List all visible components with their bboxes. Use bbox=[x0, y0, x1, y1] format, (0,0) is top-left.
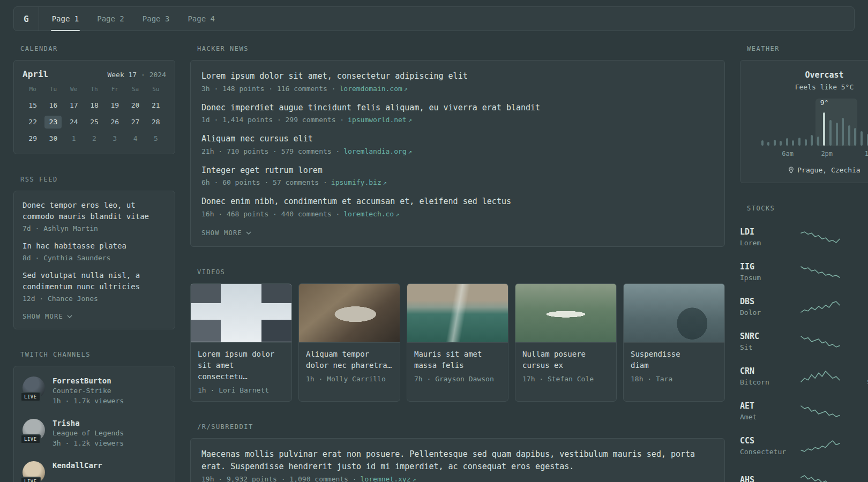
subreddit-widget-title: /R/SUBREDDIT bbox=[197, 423, 725, 431]
hn-item-domain-link[interactable]: loremdomain.com bbox=[339, 85, 402, 93]
hn-item-title[interactable]: Aliquam nec cursus elit bbox=[201, 133, 714, 145]
subreddit-post-meta: 19h · 9,932 points · 1,090 comments · bbox=[201, 475, 357, 482]
rss-item: Donec tempor eros leo, ut commodo mauris… bbox=[23, 200, 166, 232]
hn-item: Donec imperdiet augue tincidunt felis al… bbox=[201, 102, 714, 124]
hn-item-meta: 21h · 710 points · 579 comments · bbox=[201, 147, 340, 155]
weather-bar bbox=[811, 135, 813, 146]
main-content: CALENDAR April Week 17 · 2024 Mo Tu We bbox=[13, 45, 855, 482]
calendar-widget: CALENDAR April Week 17 · 2024 Mo Tu We bbox=[13, 45, 175, 154]
hn-item-meta: 3h · 148 points · 116 comments · bbox=[201, 85, 335, 93]
stock-ticker: DBS bbox=[740, 297, 791, 306]
stock-change: +0.51% bbox=[849, 436, 868, 445]
weather-bar bbox=[854, 128, 856, 146]
twitch-channel-row[interactable]: LIVE Trisha League of Legends 3h · 1.2k … bbox=[23, 412, 166, 454]
stock-row[interactable]: AHS +0.46% bbox=[740, 463, 868, 482]
video-card[interactable]: Mauris sit amet massa felis 7h · Grayson… bbox=[407, 283, 508, 402]
tab-page-4[interactable]: Page 4 bbox=[186, 7, 216, 31]
channel-meta: 1h · 1.7k viewers bbox=[53, 397, 124, 405]
twitch-widget-title: TWITCH CHANNELS bbox=[20, 351, 175, 358]
stock-sparkline bbox=[800, 300, 840, 314]
rss-item-meta: 7d · Ashlyn Martin bbox=[23, 224, 166, 232]
stock-ticker: AET bbox=[740, 401, 791, 411]
rss-item-title[interactable]: Sed volutpat nulla nisl, a condimentum n… bbox=[23, 270, 166, 292]
stock-change: +2.84% bbox=[849, 262, 868, 271]
hn-item-domain-link[interactable]: loremtech.co bbox=[343, 210, 394, 218]
hn-item-domain-link[interactable]: ipsumify.biz bbox=[331, 178, 381, 186]
hn-item: Donec enim nibh, condimentum et accumsan… bbox=[201, 195, 714, 218]
hn-show-more-button[interactable]: SHOW MORE bbox=[201, 229, 251, 237]
rss-widget-title: RSS FEED bbox=[20, 176, 175, 183]
tab-page-2[interactable]: Page 2 bbox=[96, 7, 125, 31]
stock-row[interactable]: AETAmet +0.92%$499.72 bbox=[740, 394, 868, 428]
hn-item-title[interactable]: Lorem ipsum dolor sit amet, consectetur … bbox=[201, 70, 714, 82]
weather-bar bbox=[805, 139, 807, 146]
external-link-icon: ↗ bbox=[383, 179, 387, 186]
weather-bar bbox=[774, 140, 776, 146]
stock-change: -1.00% bbox=[849, 367, 868, 375]
tab-page-3[interactable]: Page 3 bbox=[141, 7, 171, 31]
weekday-label: We bbox=[64, 86, 84, 93]
calendar-day: 15 bbox=[23, 99, 43, 112]
stock-ticker: CCS bbox=[740, 436, 791, 446]
right-column: WEATHER Overcast Feels like 5°C 9° 6am 2… bbox=[740, 45, 868, 482]
navbar-divider bbox=[39, 7, 39, 31]
stock-name: Dolor bbox=[740, 308, 791, 317]
stock-price: $795.18 bbox=[849, 238, 868, 246]
stock-change: +0.46% bbox=[849, 476, 868, 482]
stock-row[interactable]: CRNBitcorn -1.00%$66,171.48 bbox=[740, 359, 868, 394]
chevron-down-icon bbox=[246, 231, 251, 235]
calendar-days-grid: 15 16 17 18 19 20 21 22 23 24 25 26 27 2… bbox=[23, 99, 166, 145]
hn-item-title[interactable]: Donec enim nibh, condimentum et accumsan… bbox=[201, 195, 714, 208]
tab-page-1[interactable]: Page 1 bbox=[51, 7, 80, 31]
video-card[interactable]: Lorem ipsum dolor sit amet consectetu… 1… bbox=[190, 283, 292, 402]
rss-show-more-button[interactable]: SHOW MORE bbox=[23, 313, 72, 320]
subreddit-post-title[interactable]: Maecenas mollis pulvinar erat non posuer… bbox=[201, 448, 714, 473]
stock-row[interactable]: LDILorem +4.35%$795.18 bbox=[740, 220, 868, 254]
hn-item: Integer eget rutrum lorem 6h · 60 points… bbox=[201, 164, 714, 187]
hn-item-meta: 1d · 1,414 points · 299 comments · bbox=[201, 116, 344, 124]
weather-widget: WEATHER Overcast Feels like 5°C 9° 6am 2… bbox=[740, 45, 868, 183]
rss-item-title[interactable]: In hac habitasse platea bbox=[23, 240, 166, 252]
left-column: CALENDAR April Week 17 · 2024 Mo Tu We bbox=[13, 45, 175, 482]
video-card[interactable]: Nullam posuere cursus ex 17h · Stefan Co… bbox=[515, 283, 617, 402]
weather-bar bbox=[823, 112, 825, 146]
stocks-widget-title: STOCKS bbox=[747, 205, 868, 212]
subreddit-widget: /R/SUBREDDIT Maecenas mollis pulvinar er… bbox=[190, 423, 725, 482]
twitch-channel-row[interactable]: LIVE KendallCarr bbox=[23, 454, 166, 482]
hn-item-title[interactable]: Integer eget rutrum lorem bbox=[201, 164, 714, 177]
stock-row[interactable]: SNRCSit +1.36%$148.64 bbox=[740, 324, 868, 359]
calendar-header-row: April Week 17 · 2024 bbox=[23, 69, 166, 79]
channel-name: ForrestBurton bbox=[53, 376, 124, 385]
weekday-label: Th bbox=[84, 86, 104, 93]
hacker-news-widget: HACKER NEWS Lorem ipsum dolor sit amet, … bbox=[190, 45, 725, 247]
rss-item: Sed volutpat nulla nisl, a condimentum n… bbox=[23, 270, 166, 303]
stock-name: Ipsum bbox=[740, 274, 791, 282]
calendar-day-next-month: 2 bbox=[84, 132, 104, 145]
subreddit-card: Maecenas mollis pulvinar erat non posuer… bbox=[190, 438, 725, 482]
twitch-widget: TWITCH CHANNELS LIVE ForrestBurton Count… bbox=[13, 351, 175, 482]
weather-peak-temp: 9° bbox=[820, 99, 829, 107]
logo[interactable]: G bbox=[24, 7, 39, 31]
hn-item-domain-link[interactable]: loremlandia.org bbox=[343, 147, 406, 155]
live-badge: LIVE bbox=[20, 434, 41, 444]
calendar-day-next-month: 1 bbox=[64, 132, 84, 145]
weather-bar bbox=[780, 141, 782, 146]
rss-item-title[interactable]: Donec tempor eros leo, ut commodo mauris… bbox=[23, 200, 166, 222]
video-card[interactable]: Suspendisse diam 18h · Tara bbox=[623, 283, 725, 402]
subreddit-domain-link[interactable]: loremnet.xyz bbox=[361, 475, 411, 482]
stock-row[interactable]: CCSConsectetur +0.51%$165.84 bbox=[740, 428, 868, 463]
stock-ticker: IIG bbox=[740, 262, 791, 272]
video-thumbnail bbox=[191, 284, 291, 343]
hn-item-title[interactable]: Donec imperdiet augue tincidunt felis al… bbox=[201, 102, 714, 114]
video-card[interactable]: Aliquam tempor dolor nec pharetra… 1h · … bbox=[298, 283, 400, 402]
calendar-week-info: Week 17 · 2024 bbox=[107, 71, 166, 79]
glance-dashboard: G Page 1 Page 2 Page 3 Page 4 CALENDAR A… bbox=[0, 6, 868, 482]
rss-item-meta: 12d · Chance Jones bbox=[23, 295, 166, 303]
twitch-channel-row[interactable]: LIVE ForrestBurton Counter-Strike 1h · 1… bbox=[23, 370, 166, 412]
stock-price: $42.04 bbox=[849, 273, 868, 281]
live-badge: LIVE bbox=[20, 392, 41, 402]
stock-row[interactable]: IIGIpsum +2.84%$42.04 bbox=[740, 254, 868, 289]
calendar-day: 25 bbox=[84, 116, 104, 129]
stock-row[interactable]: DBSDolor +1.42%$156.28 bbox=[740, 289, 868, 324]
hn-item-domain-link[interactable]: ipsumworld.net bbox=[348, 116, 407, 124]
